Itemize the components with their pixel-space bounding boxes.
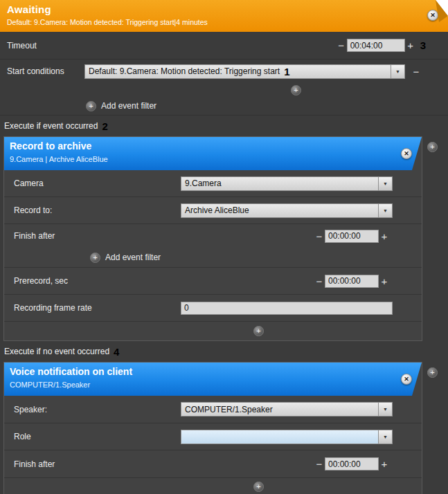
finish-after-stepper: − + [314, 230, 390, 243]
plus-icon: + [256, 327, 260, 335]
start-conditions-label: Start conditions [7, 66, 84, 76]
chevron-down-icon: ▼ [383, 434, 388, 439]
record-block-header: Record to archive 9.Camera | Archive Ali… [4, 137, 422, 170]
record-block-add-row: + [4, 322, 422, 340]
panel-subtitle: Default: 9.Camera: Motion detected: Trig… [7, 18, 441, 26]
camera-label: Camera [14, 179, 181, 188]
speaker-dropdown[interactable]: COMPUTER/1.Speaker ▼ [181, 402, 393, 417]
speaker-row: Speaker: COMPUTER/1.Speaker ▼ [4, 396, 422, 423]
add-event-filter-row: + Add event filter [0, 97, 448, 116]
timeout-decrease-button[interactable]: − [336, 39, 347, 51]
voice-notification-block: Voice notification on client COMPUTER/1.… [3, 362, 422, 494]
speaker-text: COMPUTER/1.Speaker [185, 405, 273, 414]
camera-arrow-button[interactable]: ▼ [378, 176, 393, 191]
close-icon: ✕ [430, 12, 436, 19]
frame-rate-input[interactable] [181, 302, 393, 315]
record-to-label: Record to: [14, 205, 181, 215]
finish-after-increase-button[interactable]: + [379, 458, 390, 470]
add-event-filter-label[interactable]: Add event filter [105, 253, 161, 262]
section-execute-if-no-event: Execute if no event occurred 4 [0, 341, 448, 362]
frame-rate-label: Recording frame rate [14, 303, 181, 313]
add-action-button[interactable]: + [427, 367, 438, 378]
voice-block-wrapper: Voice notification on client COMPUTER/1.… [3, 362, 422, 494]
chevron-down-icon: ▼ [383, 208, 388, 213]
section-execute-if-event-label: Execute if event occurred [4, 121, 98, 131]
annotation-4: 4 [114, 346, 119, 358]
record-add-event-filter-row: + Add event filter [4, 248, 422, 267]
voice-block-subtitle: COMPUTER/1.Speaker [10, 381, 415, 389]
finish-after-increase-button[interactable]: + [379, 230, 390, 242]
camera-text: 9.Camera [185, 179, 222, 188]
record-block-title: Record to archive [10, 140, 415, 152]
camera-value: 9.Camera [181, 176, 378, 191]
start-conditions-remove-button[interactable]: − [411, 66, 422, 77]
add-sub-action-button[interactable]: + [253, 482, 264, 492]
finish-after-decrease-button[interactable]: − [314, 458, 325, 470]
voice-block-header: Voice notification on client COMPUTER/1.… [4, 363, 422, 396]
finish-after-label: Finish after [14, 459, 314, 469]
section-execute-if-event: Execute if event occurred 2 [0, 116, 448, 136]
add-start-condition-button[interactable]: + [291, 85, 301, 95]
voice-block-close-button[interactable]: ✕ [401, 374, 412, 385]
prerecord-input[interactable] [325, 275, 379, 288]
close-icon: ✕ [404, 150, 409, 157]
role-dropdown[interactable]: ▼ [181, 430, 393, 444]
role-label: Role [14, 432, 181, 441]
role-arrow-button[interactable]: ▼ [378, 430, 393, 444]
role-row: Role ▼ [4, 423, 422, 450]
camera-row: Camera 9.Camera ▼ [4, 170, 422, 197]
add-event-filter-icon[interactable]: + [90, 253, 100, 263]
prerecord-increase-button[interactable]: + [379, 275, 390, 287]
voice-block-title: Voice notification on client [10, 366, 415, 377]
add-event-filter-label[interactable]: Add event filter [101, 101, 156, 111]
prerecord-row: Prerecord, sec − + [4, 268, 422, 295]
record-block-close-button[interactable]: ✕ [401, 148, 412, 159]
finish-after-decrease-button[interactable]: − [314, 230, 325, 242]
timeout-label: Timeout [7, 41, 336, 51]
plus-icon: + [294, 86, 298, 94]
close-icon: ✕ [404, 376, 409, 383]
plus-icon: + [256, 483, 260, 491]
speaker-arrow-button[interactable]: ▼ [378, 402, 393, 417]
record-to-arrow-button[interactable]: ▼ [378, 203, 393, 218]
role-value [181, 430, 378, 444]
add-start-condition-row: + [0, 83, 448, 97]
frame-rate-row: Recording frame rate [4, 295, 422, 322]
timeout-increase-button[interactable]: + [405, 39, 416, 51]
record-to-dropdown[interactable]: Archive AliceBlue ▼ [181, 203, 393, 218]
finish-after-input[interactable] [325, 230, 379, 243]
panel-title: Awaiting [7, 3, 441, 15]
prerecord-label: Prerecord, sec [14, 276, 314, 286]
record-to-archive-block: Record to archive 9.Camera | Archive Ali… [3, 136, 422, 341]
record-block-subtitle: 9.Camera | Archive AliceBlue [10, 155, 415, 163]
finish-after-row: Finish after − + [4, 224, 422, 248]
plus-icon: + [430, 369, 434, 376]
add-sub-action-button[interactable]: + [253, 326, 264, 336]
start-conditions-dropdown[interactable]: Default: 9.Camera: Motion detected: Trig… [84, 64, 405, 79]
plus-icon: + [89, 102, 93, 110]
add-action-button[interactable]: + [427, 142, 438, 152]
speaker-value: COMPUTER/1.Speaker [181, 402, 378, 417]
start-conditions-text: Default: 9.Camera: Motion detected: Trig… [89, 66, 280, 76]
close-button[interactable]: ✕ [427, 10, 438, 21]
section-execute-if-no-event-label: Execute if no event occurred [4, 347, 109, 356]
prerecord-decrease-button[interactable]: − [314, 275, 325, 287]
timeout-input[interactable] [347, 39, 405, 52]
annotation-3: 3 [420, 39, 426, 51]
record-to-text: Archive AliceBlue [185, 205, 249, 215]
timeout-row: Timeout − + 3 [0, 32, 448, 60]
annotation-1: 1 [284, 66, 289, 77]
voice-block-add-row: + [4, 478, 422, 494]
start-conditions-row: Start conditions Default: 9.Camera: Moti… [0, 60, 448, 83]
start-conditions-arrow-button[interactable]: ▼ [391, 64, 405, 79]
voice-finish-after-stepper: − + [314, 457, 390, 470]
panel-header: Awaiting Default: 9.Camera: Motion detec… [0, 0, 448, 32]
add-event-filter-icon[interactable]: + [86, 101, 96, 111]
finish-after-group: Finish after − + + Add event filter [4, 224, 422, 268]
voice-finish-after-input[interactable] [325, 457, 379, 470]
chevron-down-icon: ▼ [383, 181, 388, 186]
chevron-down-icon: ▼ [395, 69, 400, 74]
camera-dropdown[interactable]: 9.Camera ▼ [181, 176, 393, 191]
voice-finish-after-row: Finish after − + [4, 450, 422, 478]
record-to-value: Archive AliceBlue [181, 203, 378, 218]
